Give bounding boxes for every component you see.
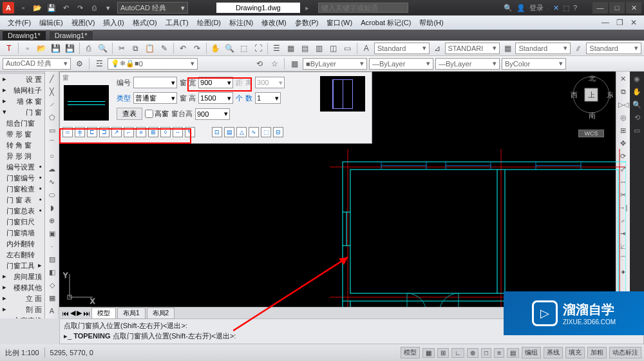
tablestyle-icon[interactable]: ▦ [501,42,514,55]
tab-nav-next[interactable]: ▶ [77,309,82,317]
xline-icon[interactable]: ╳ [46,86,58,97]
menu-acrobat[interactable]: Acrobat 标记(C) [357,17,415,29]
doc-tab-2[interactable]: Drawing1* [50,30,93,40]
minimize-button[interactable]: — [592,2,608,14]
doc-restore-icon[interactable]: ❐ [613,16,626,29]
dropdown-icon[interactable]: ▾ [102,2,115,14]
insert-icon[interactable]: ⊕ [46,215,58,226]
menu-edit[interactable]: 编辑(E) [35,17,67,29]
zoom-win-icon[interactable]: ⬚ [238,42,251,55]
layer-prev-icon[interactable]: ⟲ [253,57,266,70]
calc-icon[interactable]: ▭ [341,42,354,55]
lp-item[interactable]: 门窗填墙 [0,228,44,239]
lp-item[interactable]: ▸ 剖 面 [0,304,44,315]
menu-modify[interactable]: 修改(M) [258,17,290,29]
ws-gear-icon[interactable]: ⚙ [73,57,86,70]
mlstyle-combo[interactable]: Standard▾ [586,43,641,54]
zoom-icon[interactable]: 🔍 [631,99,643,110]
view-cube[interactable]: 北 南 东 西 上 WCS [569,75,613,127]
markup-icon[interactable]: ◫ [327,42,340,55]
line-icon[interactable]: ╱ [46,73,58,84]
number-combo[interactable]: ▾ [133,77,177,88]
showmotion-icon[interactable]: ▭ [631,124,643,136]
close-button[interactable]: ✕ [626,2,641,14]
menu-draw[interactable]: 绘图(D) [193,17,225,29]
help-icon[interactable]: ? [573,4,577,12]
tp-icon[interactable]: ▤ [299,42,312,55]
status-baseline[interactable]: 基线 [544,347,563,358]
menu-param[interactable]: 参数(P) [291,17,323,29]
tool-12[interactable]: ⊡ [212,127,222,137]
status-osnap[interactable]: □ [481,348,491,358]
layer-state-icon[interactable]: ☆ [268,57,281,70]
help-search[interactable] [318,3,408,13]
tz-icon[interactable]: T [3,42,15,55]
pan-icon[interactable]: ✋ [631,86,643,97]
match-icon[interactable]: ✎ [158,42,171,55]
status-lwt[interactable]: ≡ [494,348,504,358]
open-icon[interactable]: 📂 [31,2,44,14]
cut-icon[interactable]: ✂ [115,42,128,55]
gradient-icon[interactable]: ◧ [46,266,58,278]
revcloud-icon[interactable]: ☁ [46,163,58,175]
tool-4[interactable]: ⊐ [99,127,109,137]
polygon-icon[interactable]: ⬠ [46,112,58,123]
status-group[interactable]: 编组 [522,347,541,358]
new-icon[interactable]: ▫ [17,2,30,14]
scale-label[interactable]: 比例 1:100 [3,347,42,359]
save-icon[interactable]: 💾 [50,42,62,55]
tab-model[interactable]: 模型 [91,307,116,319]
saveas-icon[interactable]: 💾 [64,42,77,55]
workspace-combo2[interactable]: AutoCAD 经典▾ [3,58,71,70]
textstyle-icon[interactable]: A [360,42,373,55]
menu-format[interactable]: 格式(O) [129,17,161,29]
mlstyle-icon[interactable]: ⫽ [572,42,585,55]
layer-props-icon[interactable]: ☲ [93,57,106,70]
status-qp[interactable]: ▤ [507,348,519,358]
ellipse-icon[interactable]: ⬭ [46,189,58,200]
color-combo[interactable]: ■ ByLayer▾ [303,58,367,70]
tool-7[interactable]: ≡ [136,127,146,137]
wcs-label[interactable]: WCS [578,130,604,137]
lp-item[interactable]: ▸ 房间屋顶 [0,271,44,282]
tab-nav-prev[interactable]: ◀ [70,309,75,317]
layer-combo[interactable]: 💡❄🔒■ 0▾ [108,58,198,70]
prop-icon[interactable]: ☰ [270,42,283,55]
tool-15[interactable]: ∿ [249,127,259,137]
lp-item[interactable]: ▸ 楼梯其他 [0,282,44,293]
lp-item[interactable]: 门 窗 表 ▪ [0,195,44,206]
maximize-button[interactable]: □ [609,2,625,14]
workspace-combo[interactable]: AutoCAD 经典▾ [117,2,188,14]
status-polar[interactable]: ⊕ [467,348,478,358]
tablestyle-combo[interactable]: Standard▾ [515,43,571,54]
type-combo[interactable]: 普通窗▾ [133,92,177,104]
region-icon[interactable]: ◇ [46,279,58,291]
user-icon[interactable]: 👤 [516,4,526,12]
redo-icon[interactable]: ↷ [73,2,86,14]
point-icon[interactable]: · [46,240,58,252]
orbit-icon[interactable]: ⟲ [631,112,643,123]
new-icon[interactable]: ▫ [21,42,34,55]
tab-layout1[interactable]: 布局1 [117,307,146,319]
dimstyle-combo[interactable]: STANDARI▾ [445,43,500,54]
menu-window[interactable]: 窗口(W) [323,17,356,29]
tab-nav-first[interactable]: ⏮ [62,309,69,317]
pan-icon[interactable]: ✋ [209,42,222,55]
menu-dim[interactable]: 标注(N) [225,17,257,29]
width-combo[interactable]: 900▾ [198,77,233,88]
status-dyn[interactable]: 动态标注 [609,347,641,358]
exchange-icon[interactable]: ✕ [553,4,559,12]
tool-8[interactable]: ⊞ [148,127,158,137]
lp-item[interactable]: 门窗检查 ▪ [0,184,44,195]
undo-icon[interactable]: ↶ [176,42,189,55]
zoom-icon[interactable]: 🔍 [223,42,236,55]
lp-item[interactable]: 带 形 窗 [0,129,44,140]
lookup-button[interactable]: 查表 [117,108,142,120]
lp-item[interactable]: ▸ 设 置 [0,74,44,85]
tool-9[interactable]: ◊ [160,127,171,137]
tool-2[interactable]: ╪ [75,127,85,137]
print-icon[interactable]: ⎙ [82,42,95,55]
hatch-icon[interactable]: ▨ [46,253,58,265]
undo-icon[interactable]: ↶ [59,2,72,14]
high-window-check[interactable] [145,110,153,118]
